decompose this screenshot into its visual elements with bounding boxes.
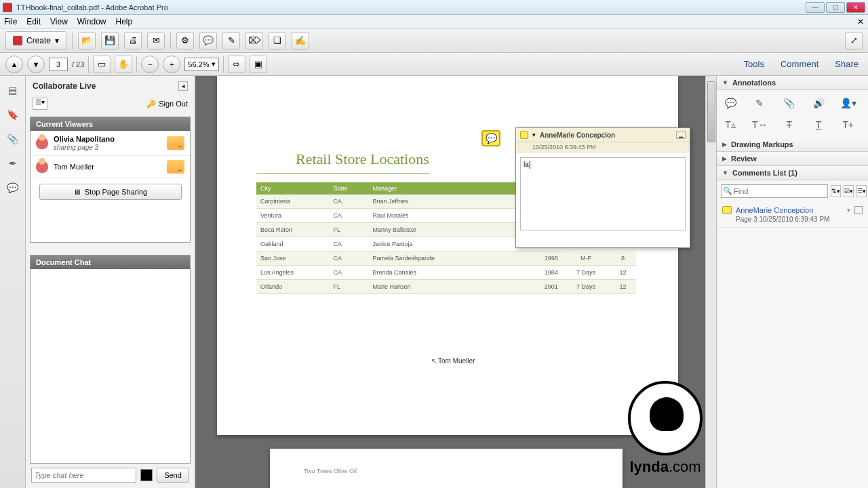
minimize-button[interactable]: — <box>806 2 825 13</box>
select-tool-icon[interactable]: ▭ <box>93 56 111 73</box>
add-text-tool-icon[interactable]: T+ <box>840 117 856 132</box>
col-city: City <box>256 182 329 195</box>
share-link[interactable]: Share <box>831 59 863 69</box>
drawing-markups-header[interactable]: ▶ Drawing Markups <box>717 138 868 152</box>
review-header[interactable]: ▶ Review <box>717 152 868 166</box>
chat-input[interactable] <box>31 468 136 483</box>
note-options-icon[interactable]: ▾ <box>532 131 536 138</box>
highlight-icon[interactable]: ✎ <box>222 32 240 49</box>
gear-icon[interactable]: ⚙ <box>176 32 194 49</box>
sticky-note-icon[interactable]: 💬 <box>481 130 500 146</box>
pdf-page: Retail Store Locations City State Manage… <box>217 76 678 435</box>
comment-bubble-icon[interactable]: 💬 <box>199 32 217 49</box>
sign-out-button[interactable]: 🔑 Sign Out <box>146 100 188 108</box>
comment-link[interactable]: Comment <box>776 59 823 69</box>
stamp-tool-icon[interactable]: 👤▾ <box>840 96 856 110</box>
replace-text-tool-icon[interactable]: T↔ <box>751 117 768 132</box>
strikethrough-tool-icon[interactable]: T <box>781 117 797 132</box>
collapse-panel-icon[interactable]: ◂ <box>178 81 188 91</box>
comment-meta: Page 3 10/25/2010 6:39:43 PM <box>722 216 863 223</box>
print-icon[interactable]: 🖨 <box>124 32 142 49</box>
document-viewport[interactable]: Retail Store Locations City State Manage… <box>195 76 716 488</box>
comments-list-header[interactable]: ▼ Comments List (1) <box>717 166 868 180</box>
drawing-markups-label: Drawing Markups <box>731 140 793 148</box>
page-up-button[interactable]: ▲ <box>5 56 23 73</box>
user-icon <box>36 137 48 149</box>
menu-file[interactable]: File <box>4 17 17 26</box>
options-comments-button[interactable]: ☰▾ <box>856 185 867 197</box>
hand-tool-icon[interactable]: ✋ <box>115 56 132 73</box>
separator <box>136 56 137 73</box>
sort-comments-button[interactable]: ⇅▾ <box>831 185 841 197</box>
stamp-icon[interactable]: ⌦ <box>245 32 263 49</box>
insert-text-tool-icon[interactable]: T▵ <box>722 117 738 132</box>
chevron-down-icon: ▼ <box>722 79 728 86</box>
fit-page-icon[interactable]: ▣ <box>250 56 267 73</box>
note-text-input[interactable]: la <box>520 157 686 230</box>
page-down-button[interactable]: ▼ <box>27 56 45 73</box>
zoom-in-button[interactable]: + <box>163 56 180 73</box>
find-comments-input[interactable] <box>721 184 828 198</box>
page-number-input[interactable] <box>49 58 68 71</box>
save-icon[interactable]: 💾 <box>101 32 119 49</box>
menu-edit[interactable]: Edit <box>26 17 41 26</box>
toolbar-nav: ▲ ▼ / 23 ▭ ✋ − + 56.2% ▾ ⬄ ▣ Tools Comme… <box>0 53 868 76</box>
stop-page-sharing-button[interactable]: 🖥 Stop Page Sharing <box>39 184 182 200</box>
send-button[interactable]: Send <box>157 468 189 483</box>
create-button[interactable]: Create ▾ <box>5 31 66 50</box>
attach-file-tool-icon[interactable]: 📎 <box>781 96 797 110</box>
annotations-header[interactable]: ▼ Annotations <box>717 76 868 90</box>
collaborate-panel-icon[interactable]: 💬 <box>5 180 20 195</box>
bookmarks-panel-icon[interactable]: 🔖 <box>5 107 20 122</box>
remote-cursor-label: Tom Mueller <box>431 357 475 365</box>
chevron-down-icon: ▼ <box>722 169 728 176</box>
fit-width-icon[interactable]: ⬄ <box>228 56 245 73</box>
pages-panel-icon[interactable]: ▤ <box>5 83 20 98</box>
panel-options-button[interactable]: ☰▾ <box>33 98 47 110</box>
viewer-row[interactable]: Olivia Napolitano sharing page 3 <box>31 131 190 156</box>
col-manager: Manager <box>369 182 492 195</box>
zoom-out-button[interactable]: − <box>141 56 159 73</box>
attach-icon[interactable]: ❏ <box>269 32 286 49</box>
viewer-row[interactable]: Tom Mueller <box>31 156 190 178</box>
zoom-level[interactable]: 56.2% ▾ <box>184 58 218 71</box>
underline-tool-icon[interactable]: T <box>810 117 827 132</box>
left-rail: ▤ 🔖 📎 ✒ 💬 <box>0 76 26 488</box>
right-panel: ▼ Annotations 💬 ✎ 📎 🔊 👤▾ T▵ T↔ T T T+ ▶ … <box>716 76 868 488</box>
sticky-note-popup[interactable]: ▾ AnneMarie Concepcion ▁ 10/25/2010 6:39… <box>515 127 690 248</box>
email-icon[interactable]: ✉ <box>147 32 165 49</box>
viewer-status: sharing page 3 <box>54 144 98 151</box>
separator <box>170 33 171 49</box>
close-button[interactable]: ✕ <box>846 2 865 13</box>
go-to-page-icon[interactable] <box>167 160 184 174</box>
menu-help[interactable]: Help <box>116 17 133 26</box>
comment-type-icon <box>722 206 732 214</box>
review-label: Review <box>731 155 757 163</box>
comment-item[interactable]: AnneMarie Concepcion ▾ Page 3 10/25/2010… <box>717 202 868 228</box>
comment-checkbox[interactable] <box>854 206 863 214</box>
vertical-scrollbar[interactable] <box>705 76 716 488</box>
sign-icon[interactable]: ✍ <box>292 32 309 49</box>
toolbar-main: Create ▾ 📂 💾 🖨 ✉ ⚙ 💬 ✎ ⌦ ❏ ✍ ⤢ <box>0 28 868 53</box>
menu-view[interactable]: View <box>50 17 68 26</box>
sticky-note-tool-icon[interactable]: 💬 <box>722 96 738 110</box>
table-row: OrlandoFLMarie Hansen20017 Days12 <box>256 280 636 294</box>
go-to-page-icon[interactable] <box>167 136 184 150</box>
record-audio-tool-icon[interactable]: 🔊 <box>810 96 827 110</box>
menu-close-doc[interactable]: ✕ <box>857 17 864 26</box>
highlight-tool-icon[interactable]: ✎ <box>751 96 768 110</box>
signatures-panel-icon[interactable]: ✒ <box>5 156 20 171</box>
page-total: / 23 <box>72 60 84 68</box>
chat-color-picker[interactable] <box>140 469 153 481</box>
note-minimize-button[interactable]: ▁ <box>676 131 686 139</box>
menu-window[interactable]: Window <box>77 17 106 26</box>
scrollbar-thumb[interactable] <box>707 81 715 142</box>
open-icon[interactable]: 📂 <box>78 32 96 49</box>
stop-page-sharing-label: Stop Page Sharing <box>85 188 147 196</box>
maximize-button[interactable]: ☐ <box>826 2 845 13</box>
filter-comments-button[interactable]: ☑▾ <box>844 185 854 197</box>
chevron-down-icon[interactable]: ▾ <box>847 207 850 214</box>
expand-toolbar-icon[interactable]: ⤢ <box>845 32 863 49</box>
attachments-panel-icon[interactable]: 📎 <box>5 131 20 146</box>
tools-link[interactable]: Tools <box>740 59 768 69</box>
